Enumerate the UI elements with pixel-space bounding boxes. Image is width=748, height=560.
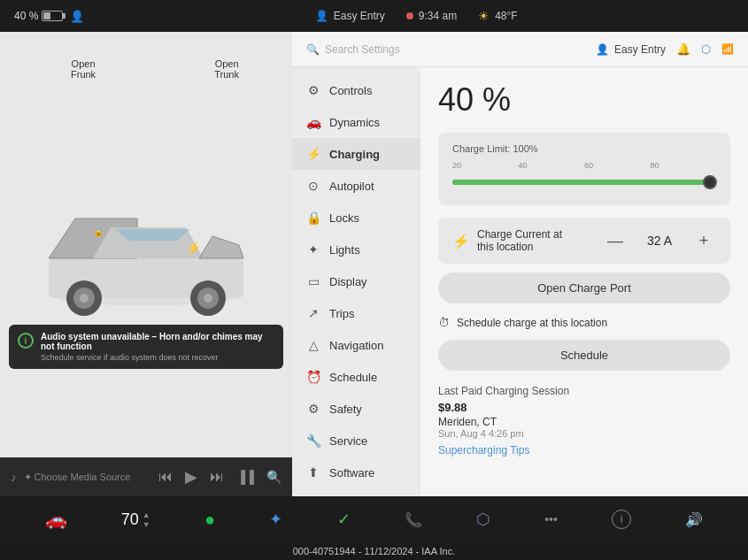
svg-text:🔒: 🔒 — [93, 226, 104, 237]
search-placeholder: Search Settings — [325, 43, 400, 56]
media-controls: ⏮ ▶ ⏭ ▐▐ 🔍 — [158, 467, 281, 487]
search-media-icon[interactable]: 🔍 — [266, 470, 281, 484]
locks-label: Locks — [329, 211, 359, 225]
search-box[interactable]: 🔍 Search Settings — [306, 43, 582, 56]
sidebar-item-display[interactable]: ▭ Display — [292, 265, 420, 297]
controls-icon: ⚙ — [306, 83, 320, 97]
charge-limit-label: Charge Limit: 100% — [452, 143, 716, 154]
increase-current-button[interactable]: + — [691, 228, 716, 253]
play-icon[interactable]: ▶ — [185, 467, 197, 487]
lights-icon: ✦ — [306, 242, 320, 257]
caption-text: 000-40751944 - 11/12/2024 - IAA Inc. — [293, 546, 455, 556]
alert-icon: i — [25, 336, 27, 346]
person-icon-header: 👤 — [596, 43, 609, 56]
sidebar-item-charging[interactable]: ⚡ Charging — [292, 138, 420, 170]
last-session-title: Last Paid Charging Session — [438, 385, 730, 397]
charging-panel: 40 % Charge Limit: 100% 20 40 60 80 — [420, 67, 748, 496]
info-button[interactable]: i — [612, 510, 631, 529]
alert-subtitle: Schedule service if audio system does no… — [41, 353, 274, 362]
schedule-charge-label: Schedule charge at this location — [457, 317, 607, 329]
bottom-taskbar: 🚗 70 ▲ ▼ ● ✦ ✓ 📞 ⬡ ••• i 🔊 — [0, 496, 748, 542]
sidebar-item-service[interactable]: 🔧 Service — [292, 425, 420, 456]
speed-arrows: ▲ ▼ — [143, 510, 150, 529]
skip-forward-icon[interactable]: ⏭ — [210, 469, 224, 485]
up-arrow: ▲ — [143, 510, 150, 519]
more-button[interactable]: ••• — [544, 512, 558, 526]
equalizer-icon[interactable]: ▐▐ — [236, 470, 254, 484]
charge-limit-section: Charge Limit: 100% 20 40 60 80 — [438, 133, 730, 205]
open-frunk-label[interactable]: Open Frunk — [71, 58, 96, 80]
nav-menu: ⚙ Controls 🚗 Dynamics ⚡ Charging ⊙ Autop… — [292, 67, 420, 496]
svg-point-7 — [204, 294, 212, 303]
car-button[interactable]: 🚗 — [45, 509, 67, 530]
sidebar-item-navigation[interactable]: △ Navigation — [292, 329, 420, 361]
photo-caption: 000-40751944 - 11/12/2024 - IAA Inc. — [0, 542, 748, 560]
schedule-label: Schedule — [329, 371, 377, 384]
last-paid-session: Last Paid Charging Session $9.88 Meriden… — [438, 385, 730, 456]
safety-icon: ⚙ — [306, 402, 320, 416]
display-icon: ▭ — [306, 274, 320, 288]
schedule-button[interactable]: Schedule — [438, 340, 730, 371]
time-display: 9:34 am — [419, 10, 457, 22]
profile-icon: 👤 — [70, 10, 84, 23]
svg-point-4 — [80, 294, 89, 303]
phone-button[interactable]: 📞 — [405, 511, 422, 528]
open-charge-port-button[interactable]: Open Charge Port — [438, 272, 730, 303]
camera-button[interactable]: ⬡ — [476, 510, 490, 529]
open-trunk-label[interactable]: Open Trunk — [214, 58, 239, 80]
charge-percent-display: 40 % — [438, 81, 730, 119]
charge-current-value: 32 A — [642, 234, 677, 248]
sidebar-item-safety[interactable]: ⚙ Safety — [292, 393, 420, 425]
sidebar-item-schedule[interactable]: ⏰ Schedule — [292, 361, 420, 393]
last-session-amount: $9.88 — [438, 401, 730, 414]
supercharging-tips-link[interactable]: Supercharging Tips — [438, 444, 730, 456]
battery-icon — [42, 11, 63, 21]
slider-rail — [452, 180, 716, 185]
bluetooth-button[interactable]: ✦ — [269, 510, 282, 529]
speed-display: 70 ▲ ▼ — [121, 510, 150, 529]
sidebar-item-lights[interactable]: ✦ Lights — [292, 234, 420, 265]
media-source-text[interactable]: ✦ Choose Media Source — [24, 472, 152, 483]
top-bar: 40 % 👤 👤 Easy Entry 9:34 am ☀ 48°F — [0, 0, 748, 32]
checkmark-button[interactable]: ✓ — [337, 510, 351, 529]
sidebar-item-locks[interactable]: 🔒 Locks — [292, 202, 420, 234]
sidebar-item-autopilot[interactable]: ⊙ Autopilot — [292, 170, 420, 202]
sidebar-item-controls[interactable]: ⚙ Controls — [292, 74, 420, 106]
controls-label: Controls — [329, 84, 372, 97]
top-bar-left: 40 % 👤 — [14, 10, 84, 23]
easy-entry-item: 👤 Easy Entry — [315, 10, 385, 22]
speed-value: 70 — [121, 510, 139, 529]
slider-thumb[interactable] — [703, 175, 717, 189]
slider-numbers: 20 40 60 80 — [452, 161, 716, 170]
battery-fill — [43, 12, 50, 19]
header-right: 👤 Easy Entry 🔔 ⬡ 📶 — [596, 42, 734, 56]
volume-button[interactable]: 🔊 — [685, 511, 703, 528]
lights-label: Lights — [329, 243, 360, 257]
svg-text:⚡: ⚡ — [186, 241, 202, 256]
slider-marker-20: 20 — [452, 161, 461, 170]
bluetooth-icon[interactable]: ⬡ — [701, 42, 711, 56]
battery-percent-text: 40 % — [14, 10, 38, 22]
main-content: Open Frunk Open Trunk — [0, 32, 748, 496]
temperature-display: 48°F — [495, 10, 517, 22]
decrease-current-button[interactable]: — — [603, 228, 628, 253]
alert-text: Audio system unavailable – Horn and/or c… — [41, 332, 274, 362]
bell-icon[interactable]: 🔔 — [676, 42, 690, 56]
display-label: Display — [329, 275, 367, 288]
autopilot-label: Autopilot — [329, 180, 374, 193]
alert-icon-circle: i — [18, 333, 34, 349]
service-icon: 🔧 — [306, 433, 320, 448]
right-panel: 🔍 Search Settings 👤 Easy Entry 🔔 ⬡ 📶 — [292, 32, 748, 496]
sun-icon: ☀ — [478, 9, 490, 23]
left-panel: Open Frunk Open Trunk — [0, 32, 292, 496]
sidebar-item-dynamics[interactable]: 🚗 Dynamics — [292, 106, 420, 138]
software-icon: ⬆ — [306, 465, 320, 479]
charging-icon: ⚡ — [306, 147, 320, 161]
settings-body: ⚙ Controls 🚗 Dynamics ⚡ Charging ⊙ Autop… — [292, 67, 748, 496]
sidebar-item-software[interactable]: ⬆ Software — [292, 456, 420, 488]
charge-limit-slider[interactable] — [452, 173, 716, 191]
time-item: 9:34 am — [406, 10, 457, 22]
sidebar-item-trips[interactable]: ↗ Trips — [292, 297, 420, 329]
spotify-button[interactable]: ● — [204, 510, 215, 530]
skip-back-icon[interactable]: ⏮ — [158, 469, 173, 485]
